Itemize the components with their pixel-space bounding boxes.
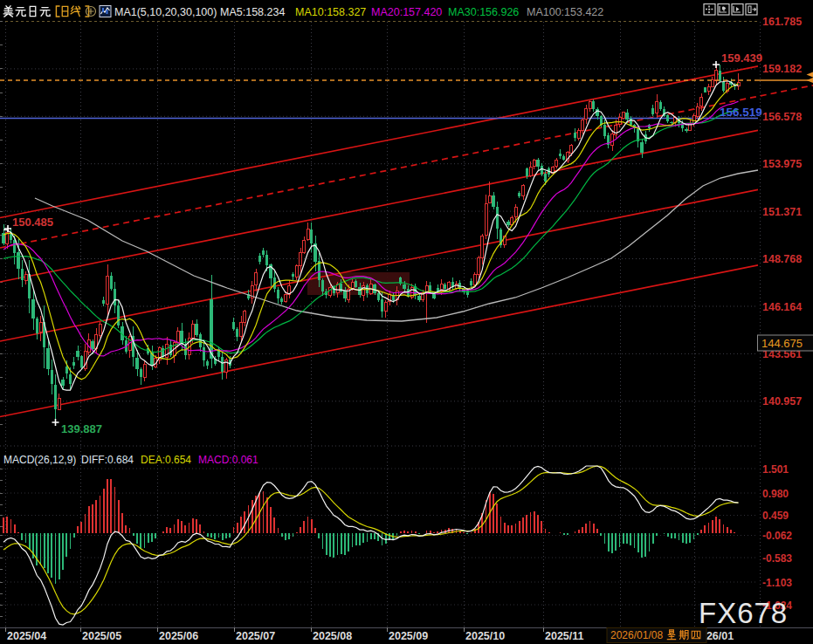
svg-text:2025/07: 2025/07 bbox=[236, 630, 275, 642]
svg-text:FX678: FX678 bbox=[699, 597, 788, 629]
svg-text:156.519: 156.519 bbox=[720, 106, 762, 119]
svg-text:150.485: 150.485 bbox=[12, 216, 53, 229]
svg-text:MACD:0.061: MACD:0.061 bbox=[198, 454, 258, 466]
svg-text:2025/11: 2025/11 bbox=[545, 630, 584, 642]
svg-text:DIFF:0.684: DIFF:0.684 bbox=[81, 454, 134, 466]
svg-text:2025/05: 2025/05 bbox=[82, 630, 121, 642]
svg-text:153.975: 153.975 bbox=[762, 158, 802, 170]
svg-text:-1.103: -1.103 bbox=[762, 577, 792, 589]
svg-text:148.768: 148.768 bbox=[762, 253, 802, 265]
svg-text:159.439: 159.439 bbox=[721, 51, 762, 65]
svg-text:139.887: 139.887 bbox=[61, 422, 102, 435]
svg-text:MA10:158.327: MA10:158.327 bbox=[295, 6, 366, 18]
svg-text:-0.062: -0.062 bbox=[762, 530, 792, 542]
svg-text:0.459: 0.459 bbox=[762, 510, 789, 522]
svg-text:1.501: 1.501 bbox=[762, 463, 789, 476]
svg-text:MA5:158.234: MA5:158.234 bbox=[220, 6, 285, 18]
svg-text:161.785: 161.785 bbox=[762, 16, 802, 28]
svg-text:151.371: 151.371 bbox=[762, 206, 802, 218]
svg-text:2025/08: 2025/08 bbox=[313, 630, 352, 642]
svg-text:2026/01/08: 2026/01/08 bbox=[610, 629, 663, 641]
svg-text:MA1(5,10,20,30,100): MA1(5,10,20,30,100) bbox=[114, 6, 217, 18]
svg-text:2025/09: 2025/09 bbox=[389, 630, 428, 642]
svg-text:2025/04: 2025/04 bbox=[7, 630, 46, 642]
svg-text:MA30:156.926: MA30:156.926 bbox=[448, 6, 519, 18]
svg-text:DEA:0.654: DEA:0.654 bbox=[141, 454, 191, 466]
svg-text:-0.583: -0.583 bbox=[762, 552, 792, 565]
svg-text:0.980: 0.980 bbox=[762, 488, 789, 500]
svg-text:MA20:157.420: MA20:157.420 bbox=[371, 6, 442, 18]
svg-text:159.182: 159.182 bbox=[762, 63, 802, 75]
svg-text:146.164: 146.164 bbox=[762, 301, 802, 313]
svg-text:140.957: 140.957 bbox=[762, 395, 802, 408]
svg-text:144.675: 144.675 bbox=[761, 337, 803, 350]
svg-text:156.578: 156.578 bbox=[762, 111, 802, 123]
svg-text:2025/10: 2025/10 bbox=[465, 630, 505, 642]
svg-text:2025/06: 2025/06 bbox=[159, 630, 198, 642]
svg-text:MA100:153.422: MA100:153.422 bbox=[527, 6, 603, 18]
svg-text:MACD(26,12,9): MACD(26,12,9) bbox=[3, 454, 76, 466]
